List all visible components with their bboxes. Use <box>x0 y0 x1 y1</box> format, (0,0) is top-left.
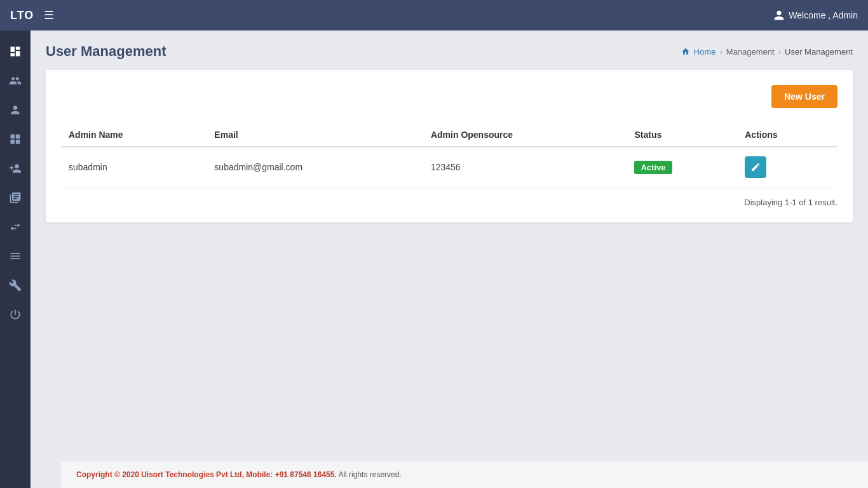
sidebar-item-power[interactable] <box>2 301 29 328</box>
welcome-text: Welcome , Admin <box>789 10 858 20</box>
wrench-icon <box>9 279 22 292</box>
breadcrumb: Home › Management › User Management <box>681 47 853 57</box>
breadcrumb-current: User Management <box>785 47 853 57</box>
group-icon <box>9 104 22 116</box>
transfer-icon <box>9 220 22 233</box>
user-management-card: New User Admin Name Email Admin Opensour… <box>46 70 853 222</box>
power-icon <box>9 308 22 321</box>
sidebar-item-transfer[interactable] <box>2 214 29 240</box>
edit-button[interactable] <box>745 156 766 178</box>
table-row: subadmin subadmin@gmail.com 123456 Activ… <box>61 147 837 187</box>
table-header: Admin Name Email Admin Opensource Status… <box>61 123 837 147</box>
col-admin-opensource: Admin Opensource <box>423 123 627 147</box>
pagination-info: Displaying 1-1 of 1 result. <box>61 198 837 207</box>
table-header-row: Admin Name Email Admin Opensource Status… <box>61 123 837 147</box>
col-admin-name: Admin Name <box>61 123 207 147</box>
new-user-button[interactable]: New User <box>771 85 837 108</box>
add-user-icon <box>9 162 22 175</box>
navbar-left: LTO ☰ <box>10 8 54 22</box>
main-wrapper: User Management Home › Management › User… <box>31 30 868 488</box>
svg-rect-0 <box>11 135 15 139</box>
page-title: User Management <box>46 43 166 60</box>
hamburger-icon[interactable]: ☰ <box>44 8 54 22</box>
sidebar-item-group[interactable] <box>2 97 29 123</box>
svg-rect-3 <box>16 140 20 144</box>
cell-admin-name: subadmin <box>61 147 207 187</box>
sidebar-item-layers[interactable] <box>2 126 29 152</box>
footer-suffix: All rights reserved. <box>338 470 401 479</box>
sidebar <box>0 30 31 488</box>
cell-admin-opensource: 123456 <box>423 147 627 187</box>
cell-email: subadmin@gmail.com <box>207 147 423 187</box>
table-body: subadmin subadmin@gmail.com 123456 Activ… <box>61 147 837 187</box>
footer-highlight: Copyright © 2020 Uisort Technologies Pvt… <box>76 470 337 479</box>
navbar-right: Welcome , Admin <box>773 10 858 21</box>
sidebar-item-book[interactable] <box>2 184 29 211</box>
sidebar-item-dashboard[interactable] <box>2 38 29 65</box>
sidebar-item-settings[interactable] <box>2 272 29 299</box>
breadcrumb-management: Management <box>726 47 775 57</box>
app-brand: LTO <box>10 9 34 22</box>
users-icon <box>9 74 22 87</box>
home-icon <box>681 47 690 56</box>
status-badge: Active <box>634 161 672 174</box>
navbar: LTO ☰ Welcome , Admin <box>0 0 868 30</box>
sidebar-item-list[interactable] <box>2 243 29 269</box>
cell-actions <box>737 147 837 187</box>
dashboard-icon <box>9 45 22 58</box>
page-header: User Management Home › Management › User… <box>46 43 853 60</box>
sidebar-item-add-user[interactable] <box>2 155 29 182</box>
book-icon <box>9 191 22 204</box>
breadcrumb-sep-1: › <box>719 47 722 57</box>
pagination-text: Displaying 1-1 of 1 result. <box>744 198 837 207</box>
content-area: User Management Home › Management › User… <box>31 30 868 461</box>
breadcrumb-sep-2: › <box>778 47 781 57</box>
svg-rect-2 <box>11 140 15 144</box>
cell-status: Active <box>627 147 737 187</box>
col-status: Status <box>627 123 737 147</box>
col-email: Email <box>207 123 423 147</box>
sidebar-item-users[interactable] <box>2 67 29 94</box>
footer: Copyright © 2020 Uisort Technologies Pvt… <box>61 461 868 488</box>
layers-icon <box>9 133 22 146</box>
col-actions: Actions <box>737 123 837 147</box>
edit-icon <box>750 162 761 172</box>
list-icon <box>9 250 22 262</box>
user-icon-nav <box>773 10 785 21</box>
breadcrumb-home[interactable]: Home <box>694 47 716 57</box>
users-table: Admin Name Email Admin Opensource Status… <box>61 123 837 187</box>
svg-rect-1 <box>16 135 20 139</box>
